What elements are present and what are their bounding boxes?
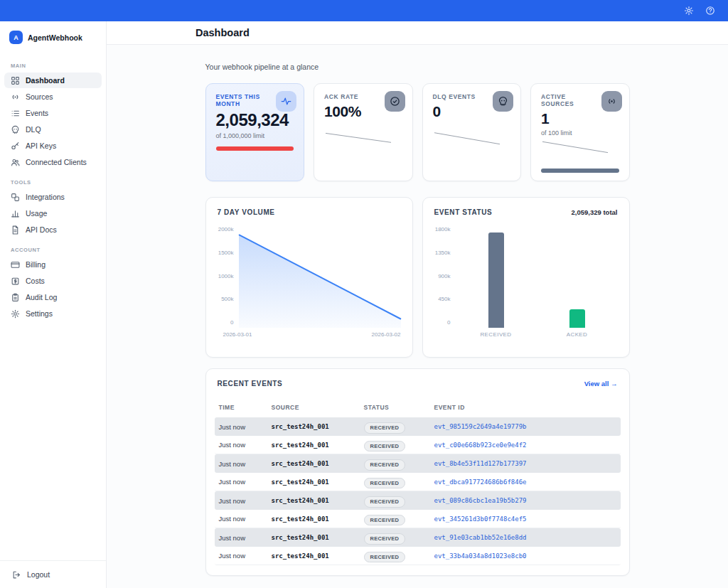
sidebar-item-label: DLQ [26, 125, 41, 134]
event-time: Just now [219, 441, 272, 449]
y-tick: 2000k [218, 226, 234, 232]
stat-sparkline [323, 131, 394, 155]
brand-logo-icon: A [9, 31, 23, 44]
event-id-link[interactable]: evt_91e03cab1bb52e16e8dd [434, 534, 527, 541]
table-row: Just nowsrc_test24h_001RECEIVEDevt_dbca9… [215, 473, 621, 491]
sidebar-item-label: API Keys [26, 141, 56, 150]
y-tick: 1350k [434, 250, 451, 256]
sidebar-item-label: API Docs [26, 225, 57, 234]
volume-y-axis: 2000k1500k1000k500k0 [218, 228, 239, 328]
brand[interactable]: A AgentWebhook [0, 21, 106, 50]
stat-card-events-this-month: EVENTS THIS MONTH2,059,324of 1,000,000 l… [205, 83, 305, 181]
sidebar-item-events[interactable]: Events [4, 105, 102, 121]
list-icon [11, 109, 20, 118]
sidebar-item-audit-log[interactable]: Audit Log [4, 289, 102, 305]
status-chart-card: EVENT STATUS 2,059,329 total 1800k1350k9… [422, 197, 630, 358]
volume-chart-title: 7 DAY VOLUME [218, 208, 275, 216]
status-badge: RECEIVED [364, 478, 406, 489]
nav-section-label-account: ACCOUNT [4, 238, 102, 257]
dollar-box-icon [11, 277, 20, 286]
stat-card-active-sources: ACTIVE SOURCES1of 100 limit [530, 83, 630, 181]
status-x-axis: RECEIVEDACKED [456, 331, 618, 338]
sidebar-item-usage[interactable]: Usage [4, 205, 102, 221]
event-status-cell: RECEIVED [364, 493, 434, 508]
sidebar-item-dashboard[interactable]: Dashboard [4, 73, 102, 88]
column-header-time: TIME [219, 404, 272, 411]
sidebar-item-sources[interactable]: Sources [4, 89, 102, 105]
event-time: Just now [219, 423, 272, 431]
page-subtitle: Your webhook pipeline at a glance [205, 63, 630, 71]
sidebar-item-settings[interactable]: Settings [4, 306, 102, 321]
bar-category-label: RECEIVED [456, 331, 537, 338]
column-header-status: STATUS [364, 404, 434, 411]
sidebar-item-label: Billing [26, 260, 46, 269]
sidebar-item-label: Usage [26, 209, 47, 218]
sidebar-item-costs[interactable]: Costs [4, 273, 102, 289]
event-time: Just now [219, 497, 272, 505]
sidebar-item-connected-clients[interactable]: Connected Clients [4, 154, 102, 170]
event-id-link[interactable]: evt_c00e668b923ce0e9e4f2 [434, 442, 527, 449]
event-id-link[interactable]: evt_8b4e53f11d127b177397 [434, 460, 527, 467]
table-row: Just nowsrc_test24h_001RECEIVEDevt_34526… [215, 510, 621, 528]
status-badge: RECEIVED [364, 459, 406, 471]
event-id-link[interactable]: evt_089c86cbc1ea19b5b279 [434, 497, 527, 504]
stat-value: 2,059,324 [216, 110, 294, 130]
y-tick: 450k [434, 296, 451, 302]
sidebar-item-dlq[interactable]: DLQ [4, 122, 102, 137]
bar-category-label: ACKED [537, 331, 618, 338]
integrations-icon [11, 193, 20, 202]
y-tick: 0 [434, 319, 451, 326]
events-table-header: TIMESOURCESTATUSEVENT ID [215, 397, 621, 417]
logout-icon [12, 570, 21, 579]
event-source: src_test24h_001 [272, 552, 364, 560]
y-tick: 0 [218, 319, 234, 326]
main-area: Dashboard Your webhook pipeline at a gla… [107, 21, 728, 588]
event-status-cell: RECEIVED [364, 419, 434, 434]
sidebar-item-label: Settings [26, 309, 53, 318]
column-header-source: SOURCE [272, 404, 364, 411]
stat-card-ack-rate: ACK RATE100% [314, 83, 413, 181]
event-source: src_test24h_001 [272, 460, 364, 467]
y-tick: 1500k [218, 250, 234, 256]
sidebar-item-billing[interactable]: Billing [4, 257, 102, 272]
skull-icon [11, 125, 20, 134]
sidebar-item-api-keys[interactable]: API Keys [4, 138, 102, 154]
grid-icon [11, 76, 20, 85]
recent-events-title: RECENT EVENTS [218, 380, 283, 387]
event-id-link[interactable]: evt_345261d3b0f7748c4ef5 [434, 515, 527, 523]
event-status-cell: RECEIVED [364, 530, 434, 545]
sidebar-item-label: Sources [26, 92, 53, 101]
charts-row: 7 DAY VOLUME 2000k1500k1000k500k0 2026-0… [205, 197, 630, 358]
event-id-link[interactable]: evt_dbca917724686b6f846e [434, 479, 527, 486]
sidebar-item-api-docs[interactable]: API Docs [4, 222, 102, 237]
broadcast-icon [11, 92, 20, 102]
bar-chart-icon [11, 209, 20, 218]
bar-acked [569, 309, 585, 328]
event-status-cell: RECEIVED [364, 512, 434, 526]
table-row: Just nowsrc_test24h_001RECEIVEDevt_91e03… [215, 528, 621, 547]
status-y-axis: 1800k1350k900k450k0 [434, 228, 456, 328]
sidebar-item-label: Events [26, 109, 48, 117]
recent-events-card: RECENT EVENTS View all → TIMESOURCESTATU… [205, 368, 630, 576]
event-id-link[interactable]: evt_33b4a034a8d1023e8cb0 [434, 552, 527, 560]
event-id-link[interactable]: evt_985159c2649a4e19779b [434, 423, 527, 430]
clipboard-icon [11, 293, 20, 302]
stats-row: EVENTS THIS MONTH2,059,324of 1,000,000 l… [205, 83, 630, 181]
event-time: Just now [219, 552, 272, 560]
content: Your webhook pipeline at a glance EVENTS… [107, 45, 728, 588]
logout-button[interactable]: Logout [6, 567, 100, 582]
sidebar-item-label: Dashboard [26, 76, 65, 85]
view-all-link[interactable]: View all → [584, 380, 618, 387]
event-status-cell: RECEIVED [364, 549, 434, 563]
sidebar-item-integrations[interactable]: Integrations [4, 189, 102, 205]
credit-card-icon [11, 260, 20, 269]
help-icon[interactable] [705, 6, 715, 16]
column-header-event-id: EVENT ID [434, 404, 616, 411]
event-status-cell: RECEIVED [364, 456, 434, 471]
settings-icon[interactable] [684, 6, 694, 16]
app-shell: A AgentWebhook MAINDashboardSourcesEvent… [0, 21, 728, 588]
y-tick: 1000k [218, 273, 234, 279]
event-status-cell: RECEIVED [364, 475, 434, 489]
y-tick: 500k [218, 296, 234, 302]
status-chart-title: EVENT STATUS [434, 208, 493, 216]
